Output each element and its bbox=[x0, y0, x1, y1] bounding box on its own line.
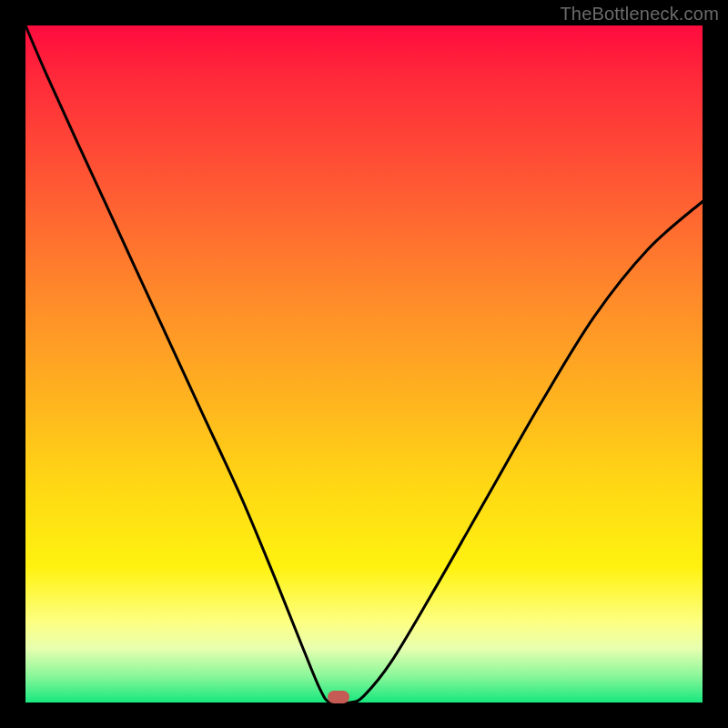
chart-frame: TheBottleneck.com bbox=[0, 0, 728, 728]
plot-area bbox=[25, 25, 703, 703]
bottleneck-curve bbox=[25, 25, 703, 703]
minimum-marker bbox=[328, 691, 349, 703]
watermark-text: TheBottleneck.com bbox=[560, 4, 719, 25]
